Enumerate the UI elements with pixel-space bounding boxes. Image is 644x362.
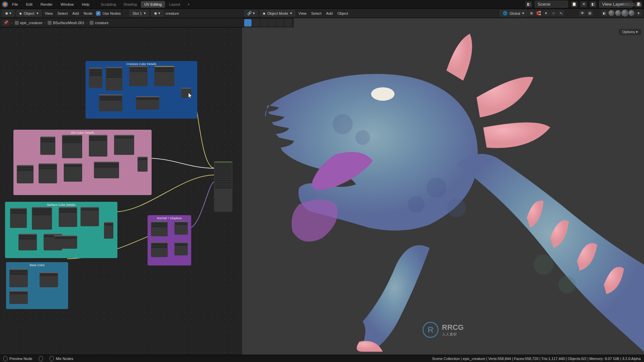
frame-dirt-label: Dirt Color Details (15, 131, 150, 134)
shading-dropdown-icon[interactable]: ▾ (635, 10, 642, 16)
menu-render[interactable]: Render (39, 2, 54, 7)
shader-node[interactable] (40, 272, 58, 287)
vp-menu-add[interactable]: Add (325, 11, 334, 16)
status-stats: Scene Collection | epic_creature | Verts… (432, 357, 641, 361)
snap-dropdown-icon[interactable]: ▾ (543, 10, 549, 16)
shader-node[interactable] (154, 66, 174, 86)
mouse-cursor-icon (189, 93, 193, 99)
scene-name-input[interactable] (535, 1, 568, 8)
select-tool-6[interactable] (284, 19, 292, 26)
shader-node[interactable] (40, 136, 55, 155)
frame-crevices[interactable]: Crevices Color Details (86, 61, 197, 119)
scene-new-icon[interactable]: 📋 (571, 1, 578, 7)
breadcrumb-file[interactable]: epic_creature (20, 21, 43, 25)
shader-node[interactable] (54, 235, 77, 249)
shader-node[interactable] (129, 66, 148, 86)
material-name[interactable]: creature (165, 11, 179, 15)
snap-icon[interactable]: 🧲 (535, 10, 542, 16)
viewlayer-browse-icon[interactable]: ◧ (590, 1, 596, 7)
editor-type-dropdown[interactable]: ◉ ▾ (2, 10, 14, 16)
vp-menu-object[interactable]: Object (336, 11, 350, 16)
tab-layout[interactable]: Layout (166, 1, 183, 8)
shader-node[interactable] (138, 157, 148, 172)
xray-icon[interactable]: ◐ (601, 10, 608, 16)
shader-node[interactable] (17, 165, 34, 183)
shading-rendered-icon[interactable] (629, 10, 635, 16)
object-dropdown[interactable]: ■ Object ▾ (16, 10, 41, 16)
frame-normal[interactable]: Normal + Displace (148, 215, 191, 265)
shader-node[interactable] (9, 291, 28, 304)
shader-node[interactable] (104, 222, 113, 239)
scene-browse-icon[interactable]: ◧ (525, 1, 532, 7)
breadcrumb-material[interactable]: creature (95, 21, 108, 25)
viewport-editor-type[interactable]: 🔗 ▾ (244, 10, 258, 16)
shader-node[interactable] (64, 163, 82, 182)
shader-node[interactable] (18, 234, 37, 250)
mode-dropdown[interactable]: ■ Object Mode ▾ (260, 10, 295, 16)
use-nodes-checkbox[interactable] (96, 11, 101, 16)
menu-help[interactable]: Help (80, 2, 91, 7)
node-menu-select[interactable]: Select (56, 11, 69, 16)
select-tool-2[interactable] (252, 19, 260, 26)
scene-delete-icon[interactable]: ✕ (580, 1, 587, 7)
slot-dropdown[interactable]: Slot 1 ▾ (129, 10, 149, 16)
shader-node[interactable] (89, 135, 107, 157)
vp-menu-select[interactable]: Select (310, 11, 323, 16)
menu-edit[interactable]: Edit (25, 2, 34, 7)
tab-uv-editing[interactable]: UV Editing (141, 1, 165, 8)
frame-dirt[interactable]: Dirt Color Details (13, 130, 152, 195)
shader-node[interactable] (174, 242, 188, 255)
proportional-icon[interactable]: ○ (550, 10, 557, 16)
crumb-sep-icon: › (87, 21, 88, 25)
shader-node[interactable] (9, 269, 28, 287)
proportional-dropdown-icon[interactable]: ∿ (557, 10, 564, 16)
vp-menu-view[interactable]: View (297, 11, 308, 16)
shading-wireframe-icon[interactable] (608, 10, 614, 16)
frame-base-color[interactable]: Base Color (6, 262, 68, 309)
shading-material-icon[interactable] (622, 10, 628, 16)
shader-node[interactable] (59, 207, 77, 227)
select-tool-4[interactable] (268, 19, 276, 26)
file-icon (15, 21, 19, 25)
tab-sculpting[interactable]: Sculpting (98, 1, 119, 8)
node-menu-node[interactable]: Node (82, 11, 94, 16)
select-box-tool[interactable] (244, 19, 252, 26)
orientation-dropdown[interactable]: 🌐 Global ▾ (500, 10, 527, 16)
shader-node[interactable] (62, 135, 82, 158)
frame-surface[interactable]: Surface Color Details (5, 202, 117, 258)
shader-node[interactable] (39, 163, 57, 183)
svg-point-6 (534, 255, 554, 275)
pivot-icon[interactable]: ⊕ (528, 10, 535, 16)
shader-node[interactable] (94, 162, 119, 178)
principled-bsdf-node[interactable] (214, 162, 232, 212)
tab-shading[interactable]: Shading (120, 1, 140, 8)
shader-node[interactable] (151, 221, 168, 236)
shader-node[interactable] (32, 207, 52, 230)
shader-node[interactable] (151, 242, 168, 257)
menu-file[interactable]: File (11, 2, 19, 7)
options-button[interactable]: Options ▾ (619, 29, 641, 35)
shader-node[interactable] (106, 67, 122, 90)
node-menu-view[interactable]: View (44, 11, 54, 16)
gizmo-icon[interactable]: 👁 (579, 10, 586, 16)
shading-solid-icon[interactable] (615, 10, 621, 16)
breadcrumb-object[interactable]: BSurfaceMesh.001 (53, 21, 85, 25)
select-tool-3[interactable] (260, 19, 268, 26)
crumb-sep-icon: › (11, 21, 13, 25)
shader-node[interactable] (136, 96, 159, 110)
shader-node[interactable] (80, 207, 99, 226)
shader-node[interactable] (10, 208, 27, 228)
viewport-3d[interactable]: R RRCG 人人素材 (242, 27, 644, 355)
pin-icon[interactable]: 📌 (3, 20, 9, 26)
material-browse[interactable]: ◉ ▾ (151, 10, 163, 16)
node-menu-add[interactable]: Add (71, 11, 80, 16)
overlays-icon[interactable]: ⊞ (586, 10, 593, 16)
shader-node[interactable] (114, 135, 134, 155)
shader-node[interactable] (89, 68, 102, 88)
tab-add-workspace[interactable]: + (184, 1, 193, 8)
select-tool-5[interactable] (276, 19, 284, 26)
node-editor-canvas[interactable]: Crevices Color Details Dirt Color Detail… (0, 27, 242, 355)
shader-node[interactable] (99, 95, 122, 111)
menu-window[interactable]: Window (59, 2, 75, 7)
shader-node[interactable] (174, 221, 188, 235)
